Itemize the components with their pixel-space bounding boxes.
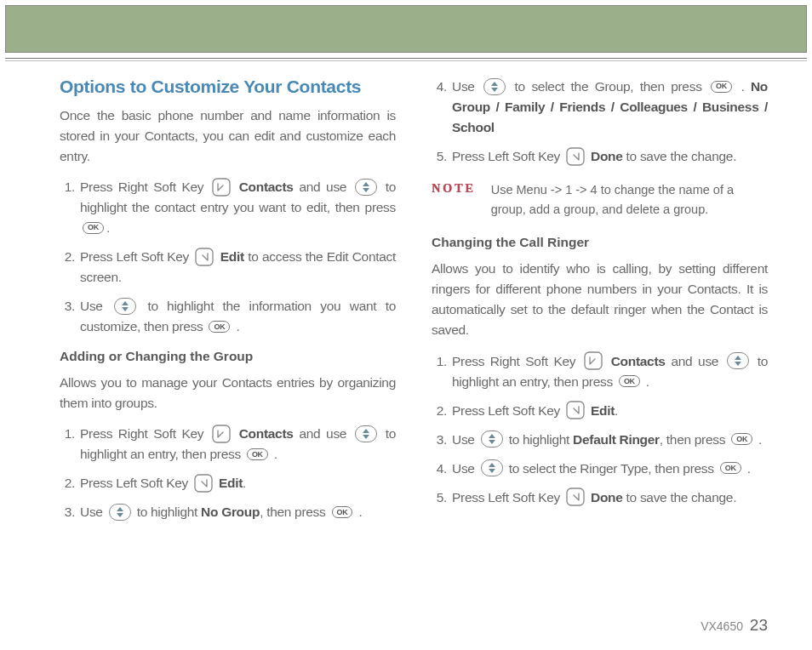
nav-key-icon: [109, 504, 131, 521]
bold-text: Default Ringer: [573, 432, 660, 447]
text: .: [643, 374, 649, 389]
text: and use: [294, 426, 352, 441]
nav-key-icon: [483, 78, 506, 95]
step-5: Press Left Soft Key Done to save the cha…: [450, 146, 768, 167]
page-footer: VX4650 23: [700, 616, 768, 635]
subsection-heading: Adding or Changing the Group: [60, 349, 396, 364]
left-soft-key-icon: [566, 488, 585, 506]
bold-text: Done: [587, 490, 623, 505]
text: , then press: [660, 432, 729, 447]
text: Press Left Soft Key: [452, 149, 563, 163]
bold-text: Edit: [587, 403, 615, 418]
text: , then press: [260, 505, 329, 519]
text: Use: [80, 505, 106, 519]
section-intro: Once the basic phone number and name inf…: [60, 105, 396, 167]
step-3: Use to highlight the information you wan…: [78, 296, 396, 337]
right-soft-key-icon: [212, 178, 231, 197]
ok-key-icon: [247, 448, 268, 460]
text: .: [615, 403, 618, 418]
note-text: Use Menu -> 1 -> 4 to change the name of…: [491, 180, 768, 220]
subsection-intro: Allows you to manage your Contacts entri…: [60, 373, 396, 413]
header-bar: [5, 5, 807, 53]
step-4: Use to select the Ringer Type, then pres…: [450, 459, 768, 479]
text: .: [232, 319, 239, 334]
ok-key-icon: [209, 321, 230, 333]
text: to save the change.: [623, 149, 737, 163]
text: to save the change.: [623, 490, 737, 505]
left-soft-key-icon: [566, 401, 585, 419]
text: .: [735, 79, 751, 94]
text: to highlight: [134, 505, 201, 519]
ok-key-icon: [720, 462, 741, 474]
text: Use: [80, 299, 112, 313]
step-3: Use to highlight No Group, then press .: [78, 502, 396, 522]
text: .: [755, 432, 762, 447]
step-1: Press Right Soft Key Contacts and use to…: [78, 177, 396, 238]
step-1: Press Right Soft Key Contacts and use to…: [78, 424, 396, 465]
right-soft-key-icon: [584, 351, 603, 370]
nav-key-icon: [727, 352, 749, 369]
text: .: [106, 220, 110, 235]
text: Use: [452, 461, 478, 476]
bold-text: Edit: [215, 476, 243, 490]
text: .: [744, 461, 751, 476]
ok-key-icon: [711, 81, 732, 93]
text: .: [243, 476, 246, 490]
ok-key-icon: [332, 506, 353, 518]
subsection-heading: Changing the Call Ringer: [432, 235, 768, 250]
text: to highlight: [506, 432, 573, 447]
text: to select the Ringer Type, then press: [506, 461, 718, 476]
model-number: VX4650: [700, 619, 743, 633]
left-soft-key-icon: [194, 474, 213, 493]
bold-text: Edit: [216, 249, 243, 264]
text: and use: [666, 354, 724, 368]
group-steps: Press Right Soft Key Contacts and use to…: [60, 424, 396, 522]
right-column: Use to select the Group, then press . No…: [432, 77, 768, 534]
nav-key-icon: [355, 179, 377, 196]
step-2: Press Left Soft Key Edit.: [78, 473, 396, 493]
text: Press Left Soft Key: [80, 476, 192, 490]
subsection-intro: Allows you to identify who is calling, b…: [432, 259, 768, 340]
bold-text: No Group: [201, 505, 260, 519]
step-3: Use to highlight Default Ringer, then pr…: [450, 430, 768, 450]
nav-key-icon: [114, 298, 136, 315]
ok-key-icon: [731, 433, 752, 445]
text: to select the Group, then press: [508, 79, 708, 94]
ok-key-icon: [83, 222, 104, 234]
text: Press Right Soft Key: [80, 180, 209, 194]
right-soft-key-icon: [212, 425, 231, 443]
main-steps: Press Right Soft Key Contacts and use to…: [60, 177, 396, 337]
bold-text: Done: [587, 149, 623, 163]
text: Press Right Soft Key: [80, 426, 209, 441]
step-2: Press Left Soft Key Edit.: [450, 401, 768, 421]
text: Use: [452, 432, 478, 447]
step-4: Use to select the Group, then press . No…: [450, 77, 768, 138]
text: .: [271, 447, 277, 461]
section-heading: Options to Customize Your Contacts: [60, 77, 396, 97]
ok-key-icon: [619, 375, 640, 387]
step-5: Press Left Soft Key Done to save the cha…: [450, 488, 768, 508]
page-number: 23: [750, 616, 768, 634]
step-2: Press Left Soft Key Edit to access the E…: [78, 247, 396, 288]
page-body: Options to Customize Your Contacts Once …: [0, 61, 812, 534]
step-1: Press Right Soft Key Contacts and use to…: [450, 351, 768, 392]
nav-key-icon: [355, 425, 377, 442]
nav-key-icon: [481, 430, 503, 448]
text: Press Right Soft Key: [452, 354, 581, 368]
bold-text: Contacts: [233, 426, 294, 441]
note-label: NOTE: [432, 182, 476, 196]
ringer-steps: Press Right Soft Key Contacts and use to…: [432, 351, 768, 508]
text: Press Left Soft Key: [452, 490, 563, 505]
bold-text: Contacts: [233, 180, 294, 194]
text: Use: [452, 79, 481, 94]
group-steps-cont: Use to select the Group, then press . No…: [432, 77, 768, 167]
text: and use: [294, 180, 352, 194]
left-soft-key-icon: [195, 248, 214, 266]
divider: [5, 58, 807, 59]
text: Press Left Soft Key: [452, 403, 563, 418]
left-column: Options to Customize Your Contacts Once …: [60, 77, 396, 534]
text: Press Left Soft Key: [80, 249, 192, 264]
left-soft-key-icon: [566, 147, 585, 166]
nav-key-icon: [481, 459, 503, 476]
note-block: NOTE Use Menu -> 1 -> 4 to change the na…: [432, 180, 768, 220]
